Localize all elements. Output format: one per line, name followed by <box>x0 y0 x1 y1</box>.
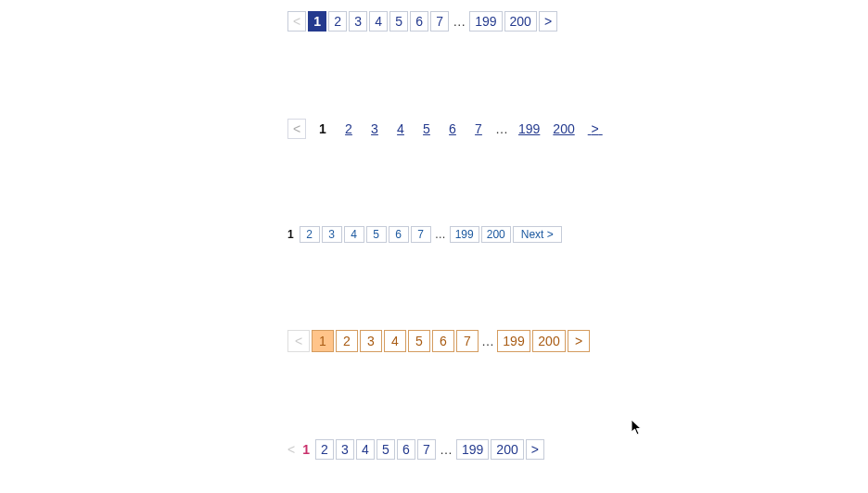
page-link[interactable]: 7 <box>417 439 436 460</box>
next-button[interactable]: > <box>526 439 544 460</box>
pagination-style-1: < 1 2 3 4 5 6 7 … 199 200 > <box>287 11 868 32</box>
page-link[interactable]: 3 <box>349 11 367 32</box>
page-link[interactable]: 4 <box>391 119 410 139</box>
page-link[interactable]: 200 <box>481 226 511 243</box>
ellipsis: … <box>480 334 495 348</box>
page-link[interactable]: 5 <box>408 330 430 352</box>
page-link[interactable]: 7 <box>411 226 431 243</box>
ellipsis: … <box>495 121 508 136</box>
page-link[interactable]: 4 <box>384 330 406 352</box>
page-link[interactable]: 6 <box>389 226 409 243</box>
page-link[interactable]: 5 <box>377 439 395 460</box>
page-link[interactable]: 200 <box>550 119 577 139</box>
page-link[interactable]: 199 <box>497 330 530 352</box>
next-button[interactable]: Next > <box>513 226 562 243</box>
page-link[interactable]: 6 <box>410 11 428 32</box>
prev-button: < <box>287 330 310 352</box>
prev-button: < <box>287 119 306 139</box>
page-current: 1 <box>302 442 310 457</box>
prev-button: < <box>287 11 306 32</box>
ellipsis: … <box>438 442 454 457</box>
page-link[interactable]: 3 <box>360 330 382 352</box>
page-link[interactable]: 199 <box>450 226 479 243</box>
page-link[interactable]: 6 <box>397 439 415 460</box>
ellipsis: … <box>451 14 467 29</box>
next-button[interactable]: > <box>585 119 606 139</box>
page-link[interactable]: 5 <box>389 11 408 32</box>
page-link[interactable]: 5 <box>417 119 436 139</box>
page-current: 1 <box>313 119 332 139</box>
page-link[interactable]: 6 <box>443 119 462 139</box>
page-link[interactable]: 3 <box>322 226 342 243</box>
page-link[interactable]: 2 <box>328 11 347 32</box>
next-button[interactable]: > <box>539 11 557 32</box>
page-link[interactable]: 7 <box>430 11 449 32</box>
page-current: 1 <box>308 11 326 32</box>
page-link[interactable]: 199 <box>516 119 542 139</box>
ellipsis: … <box>433 228 448 241</box>
page-link[interactable]: 200 <box>491 439 523 460</box>
page-link[interactable]: 200 <box>532 330 566 352</box>
page-link[interactable]: 5 <box>366 226 387 243</box>
page-current: 1 <box>287 228 294 241</box>
pagination-style-2: < 1 2 3 4 5 6 7 … 199 200 > <box>287 119 868 139</box>
prev-button: < <box>287 442 295 457</box>
page-link[interactable]: 2 <box>300 226 320 243</box>
page-link[interactable]: 199 <box>456 439 489 460</box>
pagination-style-3: 1 2 3 4 5 6 7 … 199 200 Next > <box>287 226 868 243</box>
page-link[interactable]: 7 <box>456 330 479 352</box>
pagination-style-5: < 1 2 3 4 5 6 7 … 199 200 > <box>287 439 868 460</box>
page-link[interactable]: 4 <box>356 439 375 460</box>
page-link[interactable]: 4 <box>344 226 364 243</box>
page-link[interactable]: 2 <box>339 119 358 139</box>
page-link[interactable]: 4 <box>369 11 388 32</box>
next-button[interactable]: > <box>568 330 590 352</box>
page-link[interactable]: 2 <box>336 330 358 352</box>
page-link[interactable]: 3 <box>336 439 354 460</box>
page-link[interactable]: 7 <box>469 119 488 139</box>
page-link[interactable]: 199 <box>469 11 502 32</box>
page-link[interactable]: 200 <box>504 11 537 32</box>
page-link[interactable]: 6 <box>432 330 454 352</box>
page-link[interactable]: 2 <box>315 439 334 460</box>
page-current: 1 <box>312 330 334 352</box>
pagination-style-4: < 1 2 3 4 5 6 7 … 199 200 > <box>287 330 868 352</box>
page-link[interactable]: 3 <box>365 119 384 139</box>
